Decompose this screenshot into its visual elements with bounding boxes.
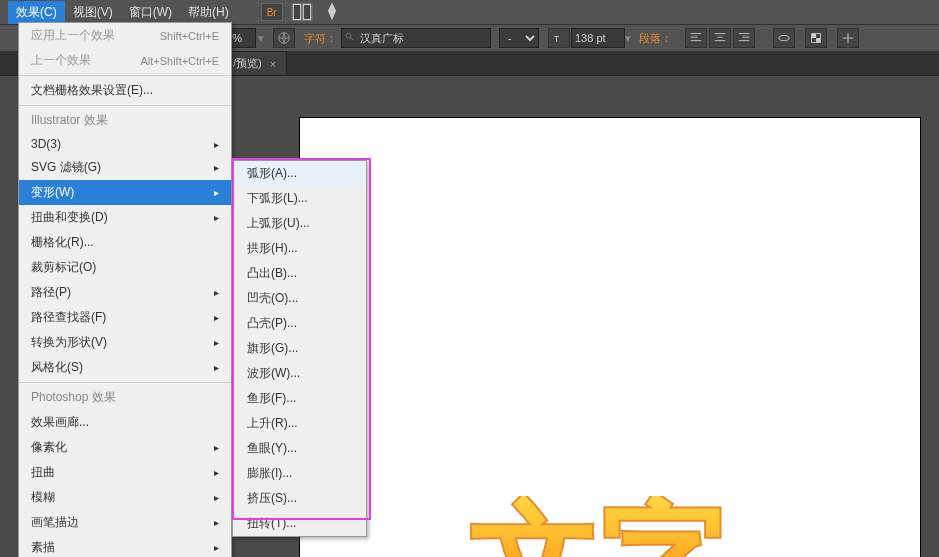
menu-item[interactable]: SVG 滤镜(G)▸: [19, 155, 231, 180]
menu-item[interactable]: 转换为形状(V)▸: [19, 330, 231, 355]
menu-doc-raster-settings[interactable]: 文档栅格效果设置(E)...: [19, 78, 231, 103]
menubar: 效果(C) 视图(V) 窗口(W) 帮助(H) Br: [0, 0, 939, 24]
text-object[interactable]: 文字: [470, 496, 890, 557]
opacity-icon[interactable]: [805, 28, 827, 48]
menu-item[interactable]: 扭曲▸: [19, 460, 231, 485]
menu-apply-last-effect[interactable]: 应用上一个效果Shift+Ctrl+E: [19, 23, 231, 48]
menu-item[interactable]: 素描▸: [19, 535, 231, 557]
menu-last-effect[interactable]: 上一个效果Alt+Shift+Ctrl+E: [19, 48, 231, 73]
photoshop-effects-header: Photoshop 效果: [19, 385, 231, 410]
chevron-down-icon[interactable]: ▾: [625, 32, 631, 45]
menu-item[interactable]: 3D(3)▸: [19, 133, 231, 155]
submenu-item[interactable]: 上弧形(U)...: [233, 211, 366, 236]
menu-item[interactable]: 效果画廊...: [19, 410, 231, 435]
svg-line-4: [351, 38, 354, 41]
bridge-icon[interactable]: Br: [261, 3, 283, 21]
svg-rect-8: [812, 34, 816, 38]
svg-rect-0: [293, 5, 301, 20]
warp-submenu: 弧形(A)...下弧形(L)...上弧形(U)...拱形(H)...凸出(B).…: [232, 160, 367, 537]
align-center-icon[interactable]: [709, 28, 731, 48]
submenu-item[interactable]: 拱形(H)...: [233, 236, 366, 261]
search-icon: [345, 32, 355, 42]
svg-rect-9: [816, 38, 820, 42]
submenu-item[interactable]: 膨胀(I)...: [233, 461, 366, 486]
submenu-item[interactable]: 挤压(S)...: [233, 486, 366, 511]
globe-icon[interactable]: [273, 28, 295, 48]
illustrator-effects-header: Illustrator 效果: [19, 108, 231, 133]
artboard: [300, 118, 920, 557]
menu-window[interactable]: 窗口(W): [121, 1, 180, 24]
submenu-item[interactable]: 下弧形(L)...: [233, 186, 366, 211]
menu-item[interactable]: 模糊▸: [19, 485, 231, 510]
close-icon[interactable]: ×: [270, 58, 276, 70]
char-label: 字符：: [304, 31, 337, 46]
menu-item[interactable]: 栅格化(R)...: [19, 230, 231, 255]
submenu-item[interactable]: 扭转(T)...: [233, 511, 366, 536]
tab-title: /预览): [233, 56, 262, 71]
font-size-field[interactable]: [571, 28, 625, 48]
menu-help[interactable]: 帮助(H): [180, 1, 237, 24]
menu-item[interactable]: 路径查找器(F)▸: [19, 305, 231, 330]
submenu-item[interactable]: 鱼形(F)...: [233, 386, 366, 411]
submenu-item[interactable]: 鱼眼(Y)...: [233, 436, 366, 461]
paragraph-label: 段落：: [639, 31, 672, 46]
warp-tool-icon[interactable]: [773, 28, 795, 48]
align-left-icon[interactable]: [685, 28, 707, 48]
menu-item[interactable]: 变形(W)▸: [19, 180, 231, 205]
menu-view[interactable]: 视图(V): [65, 1, 121, 24]
submenu-item[interactable]: 弧形(A)...: [233, 161, 366, 186]
effect-menu: 应用上一个效果Shift+Ctrl+E 上一个效果Alt+Shift+Ctrl+…: [18, 22, 232, 557]
align-right-icon[interactable]: [733, 28, 755, 48]
svg-text:文字: 文字: [470, 496, 730, 557]
submenu-item[interactable]: 凸壳(P)...: [233, 311, 366, 336]
arrows-icon[interactable]: [837, 28, 859, 48]
arrange-docs-icon[interactable]: [291, 3, 313, 21]
menu-effects[interactable]: 效果(C): [8, 1, 65, 24]
submenu-item[interactable]: 旗形(G)...: [233, 336, 366, 361]
font-size-icon: T: [548, 28, 570, 48]
svg-rect-1: [303, 5, 311, 20]
menu-item[interactable]: 像素化▸: [19, 435, 231, 460]
menu-item[interactable]: 裁剪标记(O): [19, 255, 231, 280]
submenu-item[interactable]: 凸出(B)...: [233, 261, 366, 286]
menu-item[interactable]: 扭曲和变换(D)▸: [19, 205, 231, 230]
submenu-item[interactable]: 凹壳(O)...: [233, 286, 366, 311]
chevron-down-icon[interactable]: ▾: [258, 32, 264, 45]
font-style-select[interactable]: -: [499, 28, 539, 48]
rocket-icon[interactable]: [321, 3, 343, 21]
font-family-field[interactable]: [341, 28, 491, 48]
submenu-item[interactable]: 波形(W)...: [233, 361, 366, 386]
menu-item[interactable]: 画笔描边▸: [19, 510, 231, 535]
menu-item[interactable]: 路径(P)▸: [19, 280, 231, 305]
submenu-item[interactable]: 上升(R)...: [233, 411, 366, 436]
menu-item[interactable]: 风格化(S)▸: [19, 355, 231, 380]
svg-point-3: [346, 33, 351, 38]
svg-point-6: [779, 35, 790, 40]
svg-text:T: T: [554, 34, 560, 44]
